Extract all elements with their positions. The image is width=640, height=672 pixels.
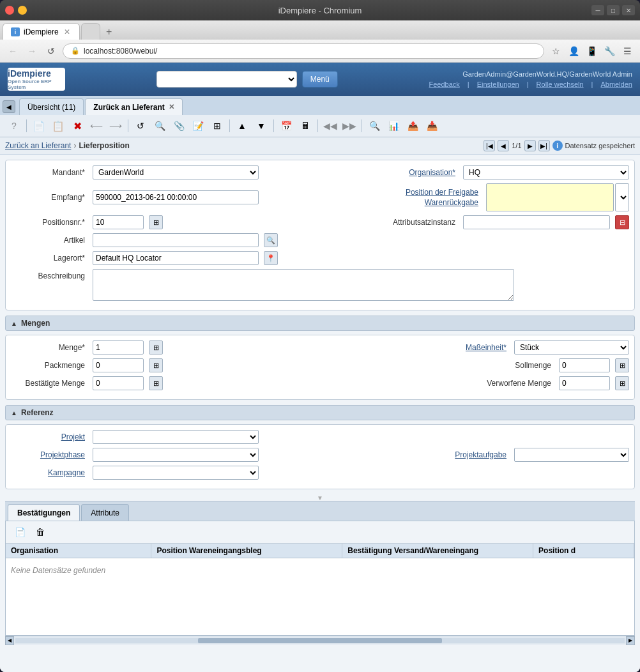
forward-button[interactable]: → [24,43,40,59]
bestaet-btn[interactable]: ⊞ [149,376,163,390]
tb-calc-btn[interactable]: 🖩 [296,118,314,134]
scroll-track[interactable] [15,638,625,643]
organisation-select[interactable]: HQ [463,165,629,179]
phone-button[interactable]: 📱 [584,43,599,59]
scroll-left[interactable]: ◀ [5,636,14,645]
artikel-btn[interactable]: 🔍 [264,233,278,247]
positionsnr-input[interactable] [93,215,144,229]
scroll-right[interactable]: ▶ [626,636,635,645]
bestaet-input[interactable] [93,376,144,390]
position-freigabe-input[interactable] [486,183,614,211]
tab-close-btn[interactable]: ✕ [63,27,72,36]
mengen-toggle[interactable]: ▲ [11,320,17,327]
mandant-row: Mandant* GardenWorld Organisation* HQ [11,165,629,179]
rolle-link[interactable]: Rolle wechseln [537,80,584,88]
kampagne-label: Kampagne [11,468,88,477]
referenz-toggle[interactable]: ▲ [11,409,17,416]
logo-name: iDempiere [8,68,65,79]
kampagne-select[interactable] [93,466,259,480]
einstellungen-link[interactable]: Einstellungen [477,80,519,88]
menu-button[interactable]: ☰ [620,43,635,59]
nav-next[interactable]: ▶ [524,140,536,151]
tb-grid-btn[interactable]: ⊞ [208,118,226,134]
verworfene-btn[interactable]: ⊞ [615,376,629,390]
tb-export-btn[interactable]: 📤 [404,118,422,134]
bottom-tb-new[interactable]: 📄 [11,524,29,540]
menge-btn[interactable]: ⊞ [149,340,163,355]
tb-hist-btn[interactable]: 📅 [277,118,295,134]
breadcrumb-current: Lieferposition [79,141,129,150]
down-icon: ▼ [257,121,266,131]
mandant-select[interactable]: GardenWorld [93,165,259,179]
projektaufgabe-label: Projektaufgabe [432,450,509,459]
extension-button[interactable]: 🔧 [602,43,617,59]
browser-tab[interactable]: i iDempiere ✕ [3,23,80,40]
minimize-dot[interactable] [18,6,27,15]
tab-bestaetigungen[interactable]: Bestätigungen [8,504,80,521]
tb-zoom-btn[interactable]: 🔍 [365,118,383,134]
lagerort-input[interactable] [93,251,259,265]
window-select[interactable] [156,71,297,88]
tb-refresh-btn[interactable]: ↺ [132,118,149,134]
positionsnr-btn[interactable]: ⊞ [149,215,163,229]
close-dot[interactable] [5,6,14,15]
tb-attach-btn[interactable]: 📎 [170,118,188,134]
tb-prev-btn[interactable]: ◀◀ [321,118,339,134]
new-tab-button[interactable]: + [102,24,117,40]
tb-up-btn[interactable]: ▲ [233,118,251,134]
tb-copy-btn[interactable]: 📋 [49,118,67,134]
tab-overview[interactable]: Übersicht (11) [19,98,84,115]
projektaufgabe-select[interactable] [514,448,629,462]
bottom-scrollbar[interactable]: ◀ ▶ [5,636,635,645]
user-button[interactable]: 👤 [566,43,581,59]
menu-button-app[interactable]: Menü [302,71,338,88]
tb-down-btn[interactable]: ▼ [252,118,270,134]
nav-first[interactable]: |◀ [484,140,495,151]
tab-current-close[interactable]: ✕ [169,103,174,111]
lagerort-btn[interactable]: 📍 [264,251,278,265]
artikel-input[interactable] [93,233,259,247]
tb-note-btn[interactable]: 📝 [189,118,207,134]
masseinheit-select[interactable]: Stück [514,340,629,355]
nav-last[interactable]: ▶| [538,140,550,151]
tab-attribute[interactable]: Attribute [81,504,129,521]
window-minimize[interactable]: ─ [591,5,604,15]
feedback-link[interactable]: Feedback [429,80,460,88]
tb-undo-btn[interactable]: ⟵ [88,118,105,134]
breadcrumb-parent[interactable]: Zurück an Lieferant [5,141,71,150]
sollmenge-btn[interactable]: ⊞ [615,358,629,372]
window-maximize[interactable]: □ [607,5,620,15]
verworfene-input[interactable] [559,376,610,390]
back-button[interactable]: ← [5,43,20,59]
beschreibung-textarea[interactable] [93,269,514,301]
tb-redo-btn[interactable]: ⟶ [107,118,125,134]
bookmark-button[interactable]: ☆ [548,43,563,59]
tb-delete-btn[interactable]: ✖ [68,118,86,134]
tab-current[interactable]: Zurück an Lieferant ✕ [85,98,182,115]
tb-new-btn[interactable]: 📄 [30,118,48,134]
url-bar[interactable]: 🔒 localhost:8080/webui/ [63,43,544,59]
window-close[interactable]: ✕ [622,5,635,15]
attributsatzinstanz-input[interactable] [463,215,610,229]
bottom-tb-delete[interactable]: 🗑 [31,524,49,540]
tb-help-btn[interactable]: ? [5,118,23,134]
tb-next-btn[interactable]: ▶▶ [340,118,358,134]
projekt-select[interactable] [93,430,259,444]
menge-input[interactable] [93,340,144,355]
tb-import-btn[interactable]: 📥 [423,118,441,134]
sollmenge-input[interactable] [559,358,610,372]
col-organisation: Organisation [6,544,151,558]
empfang-input[interactable] [93,190,259,204]
projektphase-select[interactable] [93,448,259,462]
packmenge-input[interactable] [93,358,144,372]
tb-report-btn[interactable]: 📊 [385,118,402,134]
refresh-button[interactable]: ↺ [43,43,59,59]
delete-icon: ✖ [73,120,82,132]
left-collapse-btn[interactable]: ◀ [3,100,15,113]
abmelden-link[interactable]: Abmelden [600,80,632,88]
tb-find-btn[interactable]: 🔍 [151,118,169,134]
nav-prev[interactable]: ◀ [498,140,509,151]
attributsatzinstanz-btn[interactable]: ⊟ [615,215,629,229]
warenrueckgabe-select[interactable] [615,183,629,211]
packmenge-btn[interactable]: ⊞ [149,358,163,372]
